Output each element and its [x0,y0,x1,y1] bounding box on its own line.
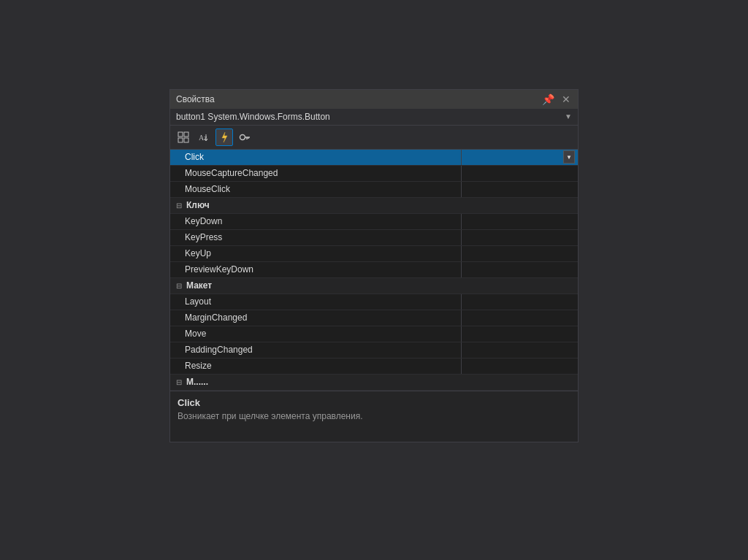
svg-rect-3 [184,138,188,142]
property-keyup-name: KeyUp [170,248,461,258]
events-button[interactable] [215,129,233,146]
key-button[interactable] [236,129,253,146]
property-click-dropdown-btn[interactable]: ▼ [563,150,575,164]
category-layout[interactable]: ⊟ Макет [170,278,578,294]
property-layout-value [461,294,578,310]
object-selector-text: button1 System.Windows.Forms.Button [176,112,330,122]
property-mouseclick-name: MouseClick [170,184,461,194]
property-layout[interactable]: Layout [170,294,578,310]
property-marginchanged[interactable]: MarginChanged [170,310,578,326]
property-move-value [461,326,578,342]
pin-button[interactable]: 📌 [541,94,556,104]
events-icon [218,131,230,143]
property-click-dropdown: ▼ [465,150,578,164]
property-previewkeydown[interactable]: PreviewKeyDown [170,262,578,278]
property-layout-name: Layout [170,296,461,307]
property-previewkeydown-value [461,262,578,277]
key-icon [239,131,251,143]
property-move-name: Move [170,329,461,339]
object-selector-arrow: ▼ [565,112,572,120]
property-resize-name: Resize [170,361,461,371]
property-mouseclick-value [461,182,578,197]
property-paddingchanged-value [461,342,578,358]
property-mouseclick[interactable]: MouseClick [170,182,578,198]
property-click[interactable]: Click ▼ [170,150,578,166]
description-panel: Click Возникает при щелчке элемента упра… [170,391,578,442]
property-keydown-name: KeyDown [170,216,461,226]
title-bar-actions: 📌 ✕ [541,94,572,104]
properties-panel: Свойства 📌 ✕ button1 System.Windows.Form… [169,89,579,442]
description-text: Возникает при щелчке элемента управления… [178,411,570,421]
toolbar: Az [170,126,578,150]
property-keydown-value [461,214,578,229]
title-bar-left: Свойства [176,94,215,104]
svg-rect-2 [178,138,183,142]
property-mousecapturechanged-value [461,166,578,181]
property-previewkeydown-name: PreviewKeyDown [170,264,461,275]
property-move[interactable]: Move [170,326,578,342]
panel-title: Свойства [176,94,215,104]
svg-rect-1 [184,132,188,137]
category-m-name: М...... [185,377,208,387]
property-keypress-value [461,230,578,245]
svg-rect-0 [178,132,183,137]
category-layout-name: Макет [185,280,212,291]
property-keypress[interactable]: KeyPress [170,230,578,246]
category-m[interactable]: ⊟ М...... [170,375,578,391]
property-paddingchanged-name: PaddingChanged [170,345,461,355]
properties-content[interactable]: Click ▼ MouseCaptureChanged MouseClick [170,150,578,391]
svg-point-7 [240,134,245,139]
category-key[interactable]: ⊟ Ключ [170,198,578,214]
property-click-name: Click [170,152,461,162]
property-mousecapturechanged[interactable]: MouseCaptureChanged [170,166,578,182]
properties-list: Click ▼ MouseCaptureChanged MouseClick [170,150,578,391]
category-key-expand-icon: ⊟ [173,199,185,211]
property-marginchanged-value [461,310,578,326]
category-m-expand-icon: ⊟ [173,376,185,388]
category-layout-expand-icon: ⊟ [173,280,185,291]
property-keydown[interactable]: KeyDown [170,214,578,230]
property-click-value: ▼ [461,150,578,165]
categorize-button[interactable] [175,129,192,146]
property-keyup-value [461,246,578,261]
property-keyup[interactable]: KeyUp [170,246,578,262]
property-resize[interactable]: Resize [170,358,578,375]
property-marginchanged-name: MarginChanged [170,312,461,323]
property-keypress-name: KeyPress [170,232,461,242]
object-selector[interactable]: button1 System.Windows.Forms.Button ▼ [170,109,578,126]
property-paddingchanged[interactable]: PaddingChanged [170,342,578,358]
close-button[interactable]: ✕ [560,94,572,104]
description-title: Click [178,397,570,408]
alphabetical-button[interactable]: Az [195,129,213,146]
title-bar: Свойства 📌 ✕ [170,90,578,109]
property-mousecapturechanged-name: MouseCaptureChanged [170,168,461,178]
property-resize-value [461,358,578,374]
category-key-name: Ключ [185,200,210,210]
categorize-icon [178,131,189,143]
svg-marker-6 [222,132,227,142]
alphabetical-icon: Az [198,131,210,143]
